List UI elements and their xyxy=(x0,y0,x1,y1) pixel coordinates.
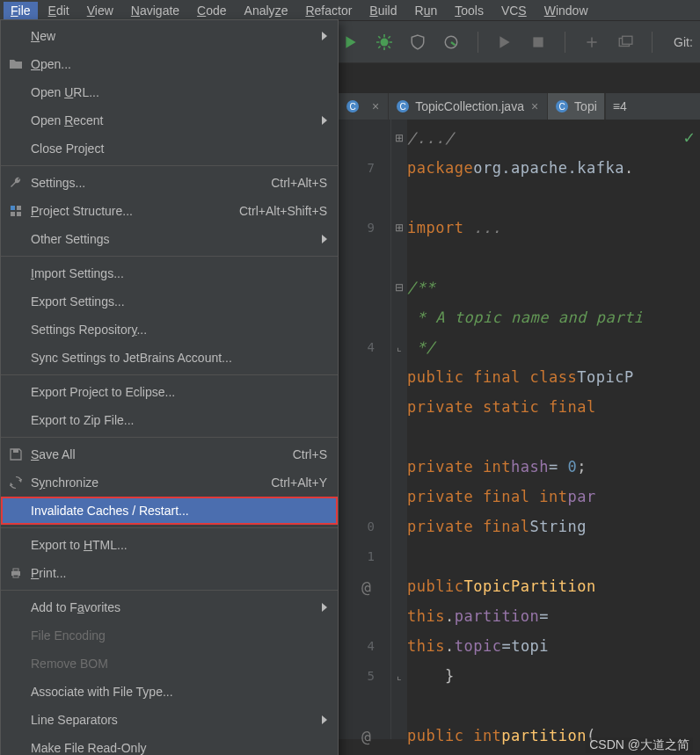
override-icon[interactable]: @ xyxy=(361,727,371,745)
fold-marker xyxy=(391,482,407,512)
code-line[interactable]: package org.apache.kafka. xyxy=(407,153,700,183)
fold-marker[interactable]: ⊞ xyxy=(391,123,407,153)
editor-tab[interactable]: C× xyxy=(339,93,389,120)
menu-item[interactable]: SynchronizeCtrl+Alt+Y xyxy=(1,468,338,497)
menu-item[interactable]: Line Separators xyxy=(1,706,338,734)
submenu-arrow-icon xyxy=(322,116,327,125)
menu-item[interactable]: Export to Zip File... xyxy=(1,406,338,434)
code-line[interactable] xyxy=(407,541,700,571)
menubar-item[interactable]: Navigate xyxy=(124,2,186,19)
menu-item[interactable]: Settings...Ctrl+Alt+S xyxy=(1,169,338,197)
menu-item-label: Associate with File Type... xyxy=(31,685,173,699)
line-number xyxy=(339,243,390,272)
menu-item[interactable]: Save AllCtrl+S xyxy=(1,440,338,468)
editor-tab[interactable]: CTopi xyxy=(548,93,605,120)
code-line[interactable] xyxy=(407,243,700,272)
menu-item[interactable]: Open URL... xyxy=(1,78,338,106)
tab-overflow-button[interactable]: ≡4 xyxy=(605,93,634,120)
menu-item[interactable]: Add to Favorites xyxy=(1,593,338,621)
code-line[interactable]: /** xyxy=(407,272,700,302)
code-line[interactable]: } xyxy=(407,661,700,691)
svg-rect-13 xyxy=(11,212,15,216)
svg-text:C: C xyxy=(400,102,406,112)
code-line[interactable]: private final String xyxy=(407,512,700,541)
run-active-button[interactable] xyxy=(492,30,517,54)
code-line[interactable] xyxy=(407,422,700,452)
menu-item[interactable]: Open... xyxy=(1,50,338,78)
vcs-button[interactable] xyxy=(613,30,638,54)
run-button[interactable] xyxy=(339,30,363,54)
menu-item: Remove BOM xyxy=(1,650,338,678)
menu-item[interactable]: Open Recent xyxy=(1,106,338,134)
fold-marker xyxy=(391,691,407,721)
code-line[interactable]: this.topic = topi xyxy=(407,631,700,661)
close-icon[interactable]: × xyxy=(370,99,381,113)
menubar-item[interactable]: Refactor xyxy=(298,2,359,19)
menu-item[interactable]: Associate with File Type... xyxy=(1,678,338,706)
menubar-item[interactable]: Tools xyxy=(448,2,491,19)
menu-item[interactable]: Sync Settings to JetBrains Account... xyxy=(1,344,338,372)
menubar-item[interactable]: VCS xyxy=(494,2,534,19)
menubar-item[interactable]: Edit xyxy=(41,2,77,19)
editor: 79401@45@ ⊞⊞⊟⌞⌞ ✓ /.../package org.apach… xyxy=(339,120,700,739)
menu-item[interactable]: Export Settings... xyxy=(1,287,338,316)
update-button[interactable] xyxy=(580,30,604,54)
menu-item[interactable]: Export to HTML... xyxy=(1,531,338,559)
menubar-item[interactable]: View xyxy=(80,2,120,19)
fold-marker xyxy=(391,631,407,661)
code-line[interactable]: this.partition = xyxy=(407,601,700,631)
menu-item[interactable]: Project Structure...Ctrl+Alt+Shift+S xyxy=(1,197,338,225)
menu-item-label: Other Settings xyxy=(31,232,110,246)
menubar-item[interactable]: Build xyxy=(362,2,404,19)
menu-item[interactable]: Close Project xyxy=(1,134,338,163)
code-line[interactable]: * A topic name and parti xyxy=(407,302,700,332)
toolbar-separator xyxy=(565,32,565,53)
menu-separator xyxy=(1,527,338,528)
menu-separator xyxy=(1,165,338,166)
menu-item[interactable]: Export Project to Eclipse... xyxy=(1,378,338,406)
coverage-button[interactable] xyxy=(405,30,430,54)
code-line[interactable] xyxy=(407,183,700,213)
debug-button[interactable] xyxy=(372,30,397,54)
override-icon[interactable]: @ xyxy=(361,577,371,596)
profile-button[interactable] xyxy=(439,30,463,54)
fold-marker xyxy=(391,362,407,392)
code-line[interactable]: import ... xyxy=(407,213,700,243)
menu-item[interactable]: Make File Read-Only xyxy=(1,734,338,755)
menubar-item[interactable]: Window xyxy=(537,2,595,19)
code-area[interactable]: ✓ /.../package org.apache.kafka.import .… xyxy=(407,120,700,739)
code-line[interactable]: private int hash = 0; xyxy=(407,452,700,482)
svg-rect-18 xyxy=(13,575,18,577)
menu-item[interactable]: Invalidate Caches / Restart... xyxy=(1,497,338,525)
menu-item[interactable]: Other Settings xyxy=(1,225,338,253)
menu-item[interactable]: Import Settings... xyxy=(1,259,338,287)
code-line[interactable]: public TopicPartition xyxy=(407,571,700,601)
svg-rect-15 xyxy=(13,449,18,453)
menubar-item[interactable]: Code xyxy=(190,2,233,19)
line-number: 0 xyxy=(339,512,390,541)
close-icon[interactable]: × xyxy=(529,99,540,113)
code-line[interactable]: private final int par xyxy=(407,482,700,512)
java-class-icon: C xyxy=(396,99,410,113)
menubar-item[interactable]: File xyxy=(4,2,38,19)
code-line[interactable]: public final class TopicP xyxy=(407,362,700,392)
code-line[interactable]: /.../ xyxy=(407,123,700,153)
menubar-item[interactable]: Run xyxy=(408,2,445,19)
menu-item-label: Add to Favorites xyxy=(31,600,120,614)
code-line[interactable]: */ xyxy=(407,332,700,362)
line-number xyxy=(339,691,390,721)
stop-button[interactable] xyxy=(526,30,551,54)
fold-marker[interactable]: ⌞ xyxy=(391,332,407,362)
fold-marker xyxy=(391,721,407,751)
code-line[interactable] xyxy=(407,691,700,721)
code-line[interactable]: private static final xyxy=(407,392,700,422)
menu-item[interactable]: New xyxy=(1,22,338,50)
fold-marker[interactable]: ⊞ xyxy=(391,213,407,243)
menubar-item[interactable]: Analyze xyxy=(237,2,295,19)
editor-tab[interactable]: CTopicCollection.java× xyxy=(389,93,548,120)
menu-item[interactable]: Settings Repository... xyxy=(1,316,338,344)
fold-marker[interactable]: ⌞ xyxy=(391,661,407,691)
fold-marker[interactable]: ⊟ xyxy=(391,272,407,302)
menu-item[interactable]: Print... xyxy=(1,559,338,587)
line-number xyxy=(339,482,390,512)
